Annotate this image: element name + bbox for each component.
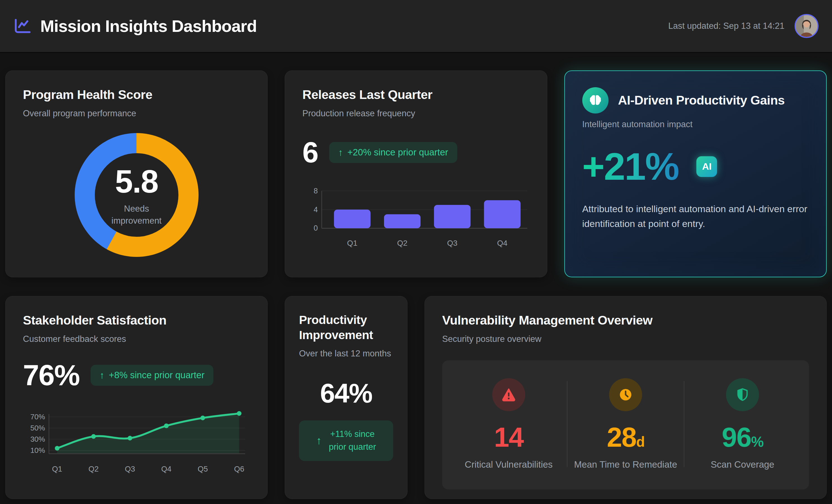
badge-line2: prior quarter (329, 442, 376, 452)
brain-icon-circle (582, 87, 608, 113)
ai-card-header: AI-Driven Productivity Gains (582, 87, 809, 113)
badge-line1: +11% since (330, 429, 375, 439)
card-subtitle: Over the last 12 months (299, 347, 393, 360)
ai-description: Attributed to intelligent automation and… (582, 202, 809, 231)
svg-text:Q5: Q5 (198, 465, 208, 473)
svg-text:Q4: Q4 (161, 465, 172, 473)
card-subtitle: Overall program performance (23, 107, 250, 120)
stat-number: 14 (494, 422, 523, 453)
releases-bar-chart: 048Q1Q2Q3Q4 (302, 185, 529, 255)
shield-icon (735, 387, 750, 402)
svg-text:70%: 70% (30, 413, 45, 421)
stat-scan-coverage: 96% Scan Coverage (684, 378, 801, 470)
stat-value: 28d (607, 424, 644, 451)
stat-value: 14 (494, 424, 523, 451)
caption-line2: improvement (111, 216, 162, 226)
svg-text:Q1: Q1 (52, 465, 62, 473)
stat-label: Mean Time to Remediate (574, 459, 677, 470)
badge-text: +20% since prior quarter (347, 147, 448, 158)
stakeholder-value: 76% (23, 359, 79, 392)
svg-text:0: 0 (314, 224, 318, 232)
satisfaction-line-chart: 10%30%50%70%Q1Q2Q3Q4Q5Q6 (23, 406, 250, 478)
health-score-value: 5.8 (115, 163, 158, 200)
avatar-image (796, 15, 817, 37)
card-title: AI-Driven Productivity Gains (618, 92, 785, 108)
stat-label: Critical Vulnerabilities (465, 459, 553, 470)
card-ai-productivity: AI-Driven Productivity Gains Intelligent… (564, 71, 827, 277)
clock-icon-circle (609, 378, 642, 411)
stat-value: 96% (722, 424, 763, 451)
card-subtitle: Customer feedback scores (23, 333, 250, 345)
ai-gain-value: +21% (582, 144, 679, 189)
header-right: Last updated: Sep 13 at 14:21 (668, 14, 818, 38)
releases-value-row: 6 ↑ +20% since prior quarter (302, 136, 529, 169)
stat-unit: % (751, 434, 763, 450)
card-subtitle: Intelligent automation impact (582, 118, 809, 130)
shield-icon-circle (726, 378, 759, 411)
program-health-donut-chart: 5.8 Needs improvement (75, 133, 199, 257)
releases-trend-badge: ↑ +20% since prior quarter (329, 142, 457, 163)
stat-label: Scan Coverage (711, 459, 774, 470)
svg-text:Q4: Q4 (497, 239, 508, 247)
vulnerability-stats-panel: 14 Critical Vulnerabilities 28d Mean Tim… (442, 360, 809, 489)
svg-text:50%: 50% (30, 424, 45, 432)
card-title: Productivity Improvement (299, 313, 393, 343)
card-subtitle: Security posture overview (442, 333, 809, 345)
card-title: Program Health Score (23, 87, 250, 103)
header-left: Mission Insights Dashboard (14, 17, 257, 36)
svg-text:30%: 30% (30, 435, 45, 443)
health-score-caption: Needs improvement (111, 203, 162, 227)
badge-text: +11% since prior quarter (329, 428, 376, 454)
clock-icon (618, 387, 633, 402)
ai-badge: AI (696, 156, 717, 177)
arrow-up-icon: ↑ (338, 147, 343, 158)
ai-value-row: +21% AI (582, 144, 809, 189)
card-subtitle: Production release frequency (302, 107, 529, 120)
chart-line-icon (14, 17, 32, 35)
dashboard-grid: Program Health Score Overall program per… (0, 53, 832, 504)
caption-line1: Needs (124, 204, 149, 214)
stat-number: 96 (722, 422, 751, 453)
card-vulnerability: Vulnerability Management Overview Securi… (424, 296, 827, 499)
card-program-health: Program Health Score Overall program per… (5, 71, 268, 277)
brain-icon (588, 93, 603, 108)
header: Mission Insights Dashboard Last updated:… (0, 0, 832, 53)
donut-center: 5.8 Needs improvement (95, 153, 178, 237)
svg-text:Q1: Q1 (347, 239, 357, 247)
card-title: Stakeholder Satisfaction (23, 313, 250, 328)
card-releases: Releases Last Quarter Production release… (285, 71, 547, 277)
last-updated-text: Last updated: Sep 13 at 14:21 (668, 21, 784, 31)
arrow-up-icon: ↑ (100, 370, 104, 381)
svg-text:Q3: Q3 (447, 239, 458, 247)
productivity-trend-badge: ↑ +11% since prior quarter (299, 420, 393, 461)
svg-text:4: 4 (314, 205, 318, 214)
svg-text:Q2: Q2 (88, 465, 99, 473)
badge-text: +8% since prior quarter (109, 370, 204, 380)
svg-text:8: 8 (314, 186, 318, 195)
donut-wrap: 5.8 Needs improvement (23, 133, 250, 257)
stakeholder-trend-badge: ↑ +8% since prior quarter (90, 365, 213, 386)
svg-text:Q3: Q3 (125, 465, 135, 473)
page-title: Mission Insights Dashboard (40, 17, 257, 36)
svg-text:Q6: Q6 (234, 465, 244, 473)
stat-unit: d (636, 434, 644, 450)
stakeholder-value-row: 76% ↑ +8% since prior quarter (23, 359, 250, 392)
svg-text:10%: 10% (30, 446, 45, 454)
stat-mean-time-remediate: 28d Mean Time to Remediate (567, 378, 684, 470)
productivity-value: 64% (299, 378, 393, 409)
releases-value: 6 (302, 136, 318, 169)
arrow-up-icon: ↑ (316, 435, 321, 447)
avatar[interactable] (795, 14, 818, 38)
stat-number: 28 (607, 422, 636, 453)
card-title: Vulnerability Management Overview (442, 313, 809, 328)
alert-triangle-icon (501, 387, 517, 402)
alert-icon-circle (492, 378, 525, 411)
card-title: Releases Last Quarter (302, 87, 529, 103)
card-stakeholder: Stakeholder Satisfaction Customer feedba… (5, 296, 268, 499)
card-productivity: Productivity Improvement Over the last 1… (285, 296, 408, 499)
stat-critical-vulnerabilities: 14 Critical Vulnerabilities (450, 378, 567, 470)
svg-text:Q2: Q2 (397, 239, 408, 247)
